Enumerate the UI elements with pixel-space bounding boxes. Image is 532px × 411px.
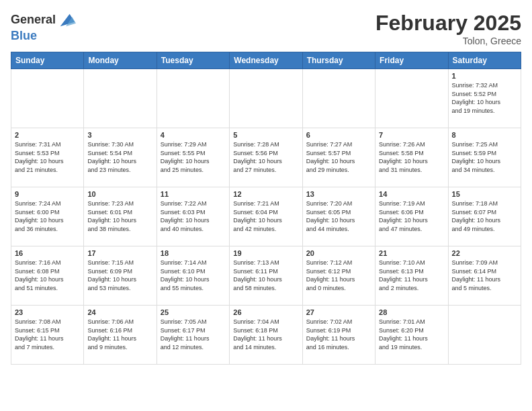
day-info: Sunrise: 7:06 AM Sunset: 6:16 PM Dayligh…	[87, 318, 152, 351]
day-number: 16	[15, 249, 80, 257]
day-info: Sunrise: 7:20 AM Sunset: 6:05 PM Dayligh…	[306, 199, 371, 233]
calendar-cell: 22Sunrise: 7:09 AM Sunset: 6:14 PM Dayli…	[448, 246, 521, 306]
day-info: Sunrise: 7:02 AM Sunset: 6:19 PM Dayligh…	[306, 318, 371, 351]
day-number: 15	[452, 190, 517, 198]
day-number: 4	[161, 131, 226, 139]
day-number: 12	[233, 190, 298, 198]
day-info: Sunrise: 7:18 AM Sunset: 6:07 PM Dayligh…	[452, 199, 517, 233]
calendar-cell: 9Sunrise: 7:24 AM Sunset: 6:00 PM Daylig…	[11, 187, 84, 246]
calendar-week-row: 9Sunrise: 7:24 AM Sunset: 6:00 PM Daylig…	[11, 187, 521, 246]
day-info: Sunrise: 7:22 AM Sunset: 6:03 PM Dayligh…	[161, 199, 226, 233]
calendar-cell	[157, 69, 229, 128]
day-info: Sunrise: 7:05 AM Sunset: 6:17 PM Dayligh…	[161, 318, 226, 351]
day-info: Sunrise: 7:28 AM Sunset: 5:56 PM Dayligh…	[233, 140, 298, 174]
day-number: 20	[306, 249, 371, 257]
logo-general-text: General	[11, 13, 56, 27]
calendar-week-row: 23Sunrise: 7:08 AM Sunset: 6:15 PM Dayli…	[11, 306, 521, 365]
calendar-cell: 10Sunrise: 7:23 AM Sunset: 6:01 PM Dayli…	[84, 187, 157, 246]
day-number: 18	[161, 249, 226, 257]
day-number: 25	[161, 308, 226, 316]
day-number: 17	[87, 249, 152, 257]
calendar-cell: 21Sunrise: 7:10 AM Sunset: 6:13 PM Dayli…	[375, 246, 448, 306]
day-number: 2	[15, 131, 80, 139]
day-number: 11	[161, 190, 226, 198]
calendar-cell: 7Sunrise: 7:26 AM Sunset: 5:58 PM Daylig…	[375, 128, 448, 187]
day-info: Sunrise: 7:12 AM Sunset: 6:12 PM Dayligh…	[306, 259, 371, 292]
calendar-cell: 17Sunrise: 7:15 AM Sunset: 6:09 PM Dayli…	[84, 246, 157, 306]
day-number: 19	[233, 249, 298, 257]
day-info: Sunrise: 7:30 AM Sunset: 5:54 PM Dayligh…	[87, 140, 152, 174]
day-number: 5	[233, 131, 298, 139]
day-info: Sunrise: 7:09 AM Sunset: 6:14 PM Dayligh…	[452, 259, 517, 292]
calendar-week-row: 16Sunrise: 7:16 AM Sunset: 6:08 PM Dayli…	[11, 246, 521, 306]
calendar-cell: 18Sunrise: 7:14 AM Sunset: 6:10 PM Dayli…	[157, 246, 229, 306]
calendar-cell	[84, 69, 157, 128]
calendar-cell	[11, 69, 84, 128]
day-info: Sunrise: 7:13 AM Sunset: 6:11 PM Dayligh…	[233, 259, 298, 292]
calendar-cell	[302, 69, 375, 128]
calendar-cell: 24Sunrise: 7:06 AM Sunset: 6:16 PM Dayli…	[84, 306, 157, 365]
calendar-cell: 26Sunrise: 7:04 AM Sunset: 6:18 PM Dayli…	[230, 306, 302, 365]
day-info: Sunrise: 7:21 AM Sunset: 6:04 PM Dayligh…	[233, 199, 298, 233]
calendar-cell: 4Sunrise: 7:29 AM Sunset: 5:55 PM Daylig…	[157, 128, 229, 187]
calendar-cell: 27Sunrise: 7:02 AM Sunset: 6:19 PM Dayli…	[302, 306, 375, 365]
calendar-cell: 3Sunrise: 7:30 AM Sunset: 5:54 PM Daylig…	[84, 128, 157, 187]
day-number: 23	[15, 308, 80, 316]
day-number: 27	[306, 308, 371, 316]
day-info: Sunrise: 7:14 AM Sunset: 6:10 PM Dayligh…	[161, 259, 226, 292]
calendar-cell: 6Sunrise: 7:27 AM Sunset: 5:57 PM Daylig…	[302, 128, 375, 187]
calendar-cell: 23Sunrise: 7:08 AM Sunset: 6:15 PM Dayli…	[11, 306, 84, 365]
logo: General Blue	[11, 11, 76, 43]
calendar-cell: 16Sunrise: 7:16 AM Sunset: 6:08 PM Dayli…	[11, 246, 84, 306]
day-number: 10	[87, 190, 152, 198]
calendar-cell	[448, 306, 521, 365]
calendar-cell: 2Sunrise: 7:31 AM Sunset: 5:53 PM Daylig…	[11, 128, 84, 187]
calendar-table: SundayMondayTuesdayWednesdayThursdayFrid…	[11, 52, 521, 365]
calendar-cell: 15Sunrise: 7:18 AM Sunset: 6:07 PM Dayli…	[448, 187, 521, 246]
calendar-week-row: 2Sunrise: 7:31 AM Sunset: 5:53 PM Daylig…	[11, 128, 521, 187]
day-number: 21	[379, 249, 444, 257]
calendar-cell: 8Sunrise: 7:25 AM Sunset: 5:59 PM Daylig…	[448, 128, 521, 187]
calendar-header-row: SundayMondayTuesdayWednesdayThursdayFrid…	[11, 52, 521, 69]
title-block: February 2025 Tolon, Greece	[375, 11, 521, 46]
day-number: 13	[306, 190, 371, 198]
weekday-header: Saturday	[448, 52, 521, 69]
day-info: Sunrise: 7:25 AM Sunset: 5:59 PM Dayligh…	[452, 140, 517, 174]
day-info: Sunrise: 7:04 AM Sunset: 6:18 PM Dayligh…	[233, 318, 298, 351]
weekday-header: Sunday	[11, 52, 84, 69]
day-info: Sunrise: 7:31 AM Sunset: 5:53 PM Dayligh…	[15, 140, 80, 174]
day-info: Sunrise: 7:15 AM Sunset: 6:09 PM Dayligh…	[87, 259, 152, 292]
calendar-cell: 19Sunrise: 7:13 AM Sunset: 6:11 PM Dayli…	[230, 246, 302, 306]
page-header: General Blue February 2025 Tolon, Greece	[11, 11, 521, 46]
day-info: Sunrise: 7:08 AM Sunset: 6:15 PM Dayligh…	[15, 318, 80, 351]
logo-icon	[57, 11, 76, 30]
day-number: 9	[15, 190, 80, 198]
day-number: 22	[452, 249, 517, 257]
day-number: 24	[87, 308, 152, 316]
day-info: Sunrise: 7:27 AM Sunset: 5:57 PM Dayligh…	[306, 140, 371, 174]
weekday-header: Wednesday	[230, 52, 302, 69]
day-info: Sunrise: 7:32 AM Sunset: 5:52 PM Dayligh…	[452, 81, 517, 115]
calendar-cell	[230, 69, 302, 128]
day-number: 28	[379, 308, 444, 316]
calendar-week-row: 1Sunrise: 7:32 AM Sunset: 5:52 PM Daylig…	[11, 69, 521, 128]
day-info: Sunrise: 7:29 AM Sunset: 5:55 PM Dayligh…	[161, 140, 226, 174]
day-number: 8	[452, 131, 517, 139]
day-info: Sunrise: 7:23 AM Sunset: 6:01 PM Dayligh…	[87, 199, 152, 233]
day-number: 26	[233, 308, 298, 316]
calendar-cell: 20Sunrise: 7:12 AM Sunset: 6:12 PM Dayli…	[302, 246, 375, 306]
day-number: 14	[379, 190, 444, 198]
calendar-cell: 13Sunrise: 7:20 AM Sunset: 6:05 PM Dayli…	[302, 187, 375, 246]
weekday-header: Monday	[84, 52, 157, 69]
day-number: 1	[452, 72, 517, 80]
calendar-cell: 14Sunrise: 7:19 AM Sunset: 6:06 PM Dayli…	[375, 187, 448, 246]
calendar-cell: 5Sunrise: 7:28 AM Sunset: 5:56 PM Daylig…	[230, 128, 302, 187]
calendar-cell: 12Sunrise: 7:21 AM Sunset: 6:04 PM Dayli…	[230, 187, 302, 246]
weekday-header: Tuesday	[157, 52, 229, 69]
weekday-header: Thursday	[302, 52, 375, 69]
day-info: Sunrise: 7:24 AM Sunset: 6:00 PM Dayligh…	[15, 199, 80, 233]
logo-blue-text: Blue	[11, 30, 76, 43]
calendar-cell	[375, 69, 448, 128]
day-info: Sunrise: 7:10 AM Sunset: 6:13 PM Dayligh…	[379, 259, 444, 292]
day-info: Sunrise: 7:26 AM Sunset: 5:58 PM Dayligh…	[379, 140, 444, 174]
